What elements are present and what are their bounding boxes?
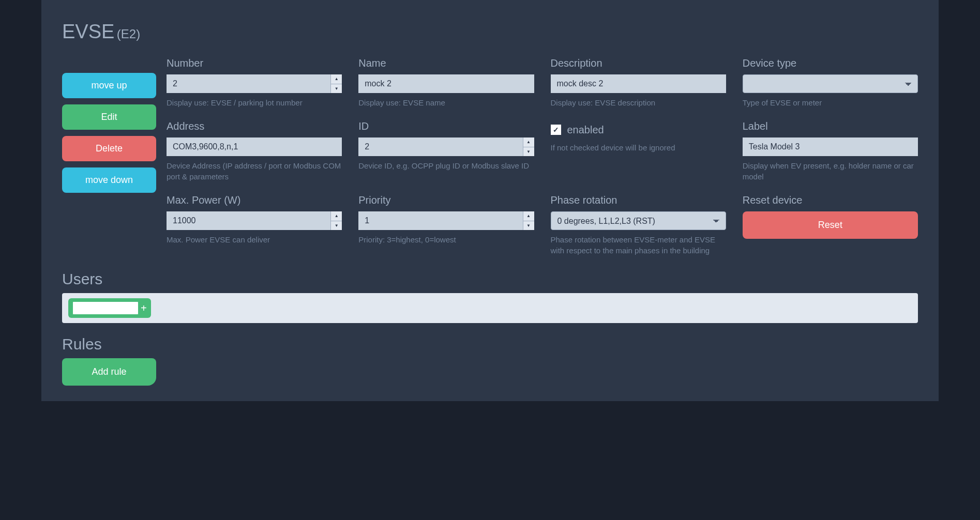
priority-spinner[interactable]: ▲▼ <box>523 211 534 230</box>
name-label: Name <box>358 57 534 69</box>
label-field: Label Display when EV present, e.g. hold… <box>743 120 918 182</box>
reset-button[interactable]: Reset <box>743 211 918 239</box>
description-help: Display use: EVSE description <box>551 97 726 108</box>
user-add-chip: + <box>68 298 151 318</box>
priority-label: Priority <box>358 194 534 206</box>
enabled-field: ✓ enabled If not checked device will be … <box>551 120 726 182</box>
label-label: Label <box>743 120 918 132</box>
device-type-select[interactable] <box>743 74 918 93</box>
rules-title: Rules <box>62 335 918 353</box>
phase-rotation-field: Phase rotation 0 degrees, L1,L2,L3 (RST)… <box>551 194 726 256</box>
reset-device-field: Reset device Reset <box>743 194 918 256</box>
page-title: EVSE <box>62 21 114 42</box>
priority-input[interactable] <box>358 211 522 230</box>
device-type-label: Device type <box>743 57 918 69</box>
user-add-input[interactable] <box>72 301 139 315</box>
number-field: Number ▲▼ Display use: EVSE / parking lo… <box>167 57 342 108</box>
description-label: Description <box>551 57 726 69</box>
priority-field: Priority ▲▼ Priority: 3=highest, 0=lowes… <box>358 194 534 256</box>
edit-button[interactable]: Edit <box>62 104 156 130</box>
spinner-down-icon[interactable]: ▼ <box>523 221 534 231</box>
device-type-help: Type of EVSE or meter <box>743 97 918 108</box>
spinner-down-icon[interactable]: ▼ <box>331 221 342 231</box>
move-down-button[interactable]: move down <box>62 167 156 193</box>
id-help: Device ID, e.g. OCPP plug ID or Modbus s… <box>358 160 534 171</box>
id-field: ID ▲▼ Device ID, e.g. OCPP plug ID or Mo… <box>358 120 534 182</box>
delete-button[interactable]: Delete <box>62 136 156 161</box>
fields-grid: Number ▲▼ Display use: EVSE / parking lo… <box>167 57 918 256</box>
spinner-up-icon[interactable]: ▲ <box>523 137 534 147</box>
description-input[interactable] <box>551 74 726 93</box>
priority-input-wrap: ▲▼ <box>358 211 534 230</box>
panel-header: EVSE (E2) <box>62 21 918 43</box>
page-subtitle: (E2) <box>117 27 140 41</box>
max-power-input-wrap: ▲▼ <box>167 211 342 230</box>
move-up-button[interactable]: move up <box>62 73 156 98</box>
phase-rotation-label: Phase rotation <box>551 194 726 206</box>
number-input-wrap: ▲▼ <box>167 74 342 93</box>
main-row: move up Edit Delete move down Number ▲▼ … <box>62 57 918 256</box>
address-help: Device Address (IP address / port or Mod… <box>167 160 342 182</box>
address-label: Address <box>167 120 342 132</box>
spinner-down-icon[interactable]: ▼ <box>523 147 534 157</box>
max-power-label: Max. Power (W) <box>167 194 342 206</box>
enabled-help: If not checked device will be ignored <box>551 142 726 153</box>
side-buttons: move up Edit Delete move down <box>62 57 156 256</box>
add-rule-button[interactable]: Add rule <box>62 358 156 386</box>
address-input[interactable] <box>167 137 342 156</box>
label-input[interactable] <box>743 137 918 156</box>
phase-rotation-select[interactable]: 0 degrees, L1,L2,L3 (RST) <box>551 211 726 230</box>
number-label: Number <box>167 57 342 69</box>
max-power-input[interactable] <box>167 211 330 230</box>
spinner-up-icon[interactable]: ▲ <box>331 211 342 221</box>
address-field: Address Device Address (IP address / por… <box>167 120 342 182</box>
max-power-field: Max. Power (W) ▲▼ Max. Power EVSE can de… <box>167 194 342 256</box>
enabled-row: ✓ enabled <box>551 120 726 139</box>
users-bar: + <box>62 293 918 323</box>
id-label: ID <box>358 120 534 132</box>
spinner-up-icon[interactable]: ▲ <box>523 211 534 221</box>
name-help: Display use: EVSE name <box>358 97 534 108</box>
id-spinner[interactable]: ▲▼ <box>523 137 534 156</box>
label-help: Display when EV present, e.g. holder nam… <box>743 160 918 182</box>
max-power-help: Max. Power EVSE can deliver <box>167 234 342 245</box>
id-input-wrap: ▲▼ <box>358 137 534 156</box>
number-input[interactable] <box>167 74 330 93</box>
reset-device-label: Reset device <box>743 194 918 206</box>
spinner-up-icon[interactable]: ▲ <box>331 74 342 84</box>
number-spinner[interactable]: ▲▼ <box>330 74 342 93</box>
evse-panel: EVSE (E2) move up Edit Delete move down … <box>41 0 939 401</box>
users-title: Users <box>62 270 918 288</box>
id-input[interactable] <box>358 137 522 156</box>
phase-rotation-help: Phase rotation between EVSE-meter and EV… <box>551 234 726 256</box>
enabled-label: enabled <box>567 124 604 136</box>
max-power-spinner[interactable]: ▲▼ <box>330 211 342 230</box>
description-field: Description Display use: EVSE descriptio… <box>551 57 726 108</box>
enabled-checkbox[interactable]: ✓ <box>551 125 561 135</box>
device-type-field: Device type Type of EVSE or meter <box>743 57 918 108</box>
check-icon: ✓ <box>553 126 559 134</box>
name-field: Name Display use: EVSE name <box>358 57 534 108</box>
name-input[interactable] <box>358 74 534 93</box>
number-help: Display use: EVSE / parking lot number <box>167 97 342 108</box>
priority-help: Priority: 3=highest, 0=lowest <box>358 234 534 245</box>
spinner-down-icon[interactable]: ▼ <box>331 84 342 94</box>
plus-icon[interactable]: + <box>141 303 147 313</box>
